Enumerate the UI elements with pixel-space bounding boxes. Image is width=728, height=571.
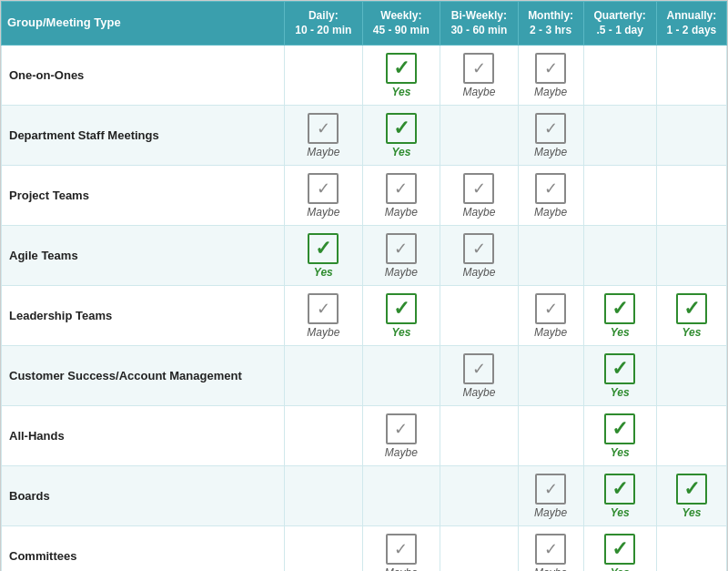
- cell: [440, 526, 519, 571]
- cell: [656, 106, 726, 166]
- cell: ✓Yes: [583, 406, 656, 466]
- cell: [656, 526, 726, 571]
- row-group-name: Leadership Teams: [2, 286, 285, 346]
- cell: [285, 466, 363, 526]
- cell: ✓Maybe: [285, 106, 363, 166]
- cell: [440, 106, 519, 166]
- cell: ✓Maybe: [518, 106, 583, 166]
- cell: [656, 166, 726, 226]
- cell: [285, 46, 363, 106]
- header-weekly: Weekly: 45 - 90 min: [362, 2, 440, 46]
- row-group-name: Agile Teams: [2, 226, 285, 286]
- table-row: Customer Success/Account Management✓Mayb…: [2, 346, 727, 406]
- header-group: Group/Meeting Type: [2, 2, 285, 46]
- row-group-name: One-on-Ones: [2, 46, 285, 106]
- cell: ✓Maybe: [285, 166, 363, 226]
- row-group-name: Project Teams: [2, 166, 285, 226]
- table-row: One-on-Ones✓Yes✓Maybe✓Maybe: [2, 46, 727, 106]
- cell: [518, 406, 583, 466]
- cell: [362, 346, 440, 406]
- cell: ✓Maybe: [362, 526, 440, 571]
- cell: ✓Maybe: [285, 286, 363, 346]
- row-group-name: Boards: [2, 466, 285, 526]
- cell: ✓Maybe: [440, 226, 519, 286]
- table-row: Boards✓Maybe✓Yes✓Yes: [2, 466, 727, 526]
- cell: ✓Yes: [583, 346, 656, 406]
- cell: ✓Maybe: [440, 166, 519, 226]
- cell: ✓Maybe: [518, 286, 583, 346]
- header-quarterly: Quarterly: .5 - 1 day: [583, 2, 656, 46]
- cell: [285, 346, 363, 406]
- table-row: Agile Teams✓Yes✓Maybe✓Maybe: [2, 226, 727, 286]
- cell: [518, 226, 583, 286]
- cell: ✓Maybe: [518, 526, 583, 571]
- meeting-frequency-table: Group/Meeting Type Daily: 10 - 20 min We…: [0, 0, 728, 571]
- table-row: Committees✓Maybe✓Maybe✓Yes: [2, 526, 727, 571]
- cell: ✓Yes: [362, 286, 440, 346]
- cell: ✓Maybe: [440, 46, 519, 106]
- cell: [656, 46, 726, 106]
- cell: [656, 226, 726, 286]
- cell: [656, 406, 726, 466]
- row-group-name: Customer Success/Account Management: [2, 346, 285, 406]
- header-daily: Daily: 10 - 20 min: [285, 2, 363, 46]
- cell: ✓Yes: [362, 106, 440, 166]
- row-group-name: Department Staff Meetings: [2, 106, 285, 166]
- table-row: All-Hands✓Maybe✓Yes: [2, 406, 727, 466]
- table-row: Department Staff Meetings✓Maybe✓Yes✓Mayb…: [2, 106, 727, 166]
- cell: ✓Maybe: [518, 46, 583, 106]
- cell: [583, 46, 656, 106]
- cell: [440, 406, 519, 466]
- table-row: Leadership Teams✓Maybe✓Yes✓Maybe✓Yes✓Yes: [2, 286, 727, 346]
- header-biweekly: Bi-Weekly: 30 - 60 min: [440, 2, 519, 46]
- cell: ✓Maybe: [362, 226, 440, 286]
- cell: ✓Yes: [656, 466, 726, 526]
- cell: ✓Yes: [583, 466, 656, 526]
- cell: ✓Maybe: [362, 166, 440, 226]
- cell: ✓Yes: [656, 286, 726, 346]
- cell: [583, 106, 656, 166]
- cell: [656, 346, 726, 406]
- cell: [285, 406, 363, 466]
- row-group-name: Committees: [2, 526, 285, 571]
- cell: ✓Maybe: [362, 406, 440, 466]
- cell: ✓Yes: [583, 286, 656, 346]
- cell: ✓Maybe: [518, 466, 583, 526]
- header-annually: Annually: 1 - 2 days: [656, 2, 726, 46]
- cell: ✓Yes: [285, 226, 363, 286]
- cell: [583, 226, 656, 286]
- cell: [362, 466, 440, 526]
- cell: [518, 346, 583, 406]
- cell: [583, 166, 656, 226]
- row-group-name: All-Hands: [2, 406, 285, 466]
- cell: [440, 286, 519, 346]
- cell: ✓Yes: [362, 46, 440, 106]
- cell: [440, 466, 519, 526]
- cell: [285, 526, 363, 571]
- cell: ✓Yes: [583, 526, 656, 571]
- header-monthly: Monthly: 2 - 3 hrs: [518, 2, 583, 46]
- cell: ✓Maybe: [518, 166, 583, 226]
- table-row: Project Teams✓Maybe✓Maybe✓Maybe✓Maybe: [2, 166, 727, 226]
- cell: ✓Maybe: [440, 346, 519, 406]
